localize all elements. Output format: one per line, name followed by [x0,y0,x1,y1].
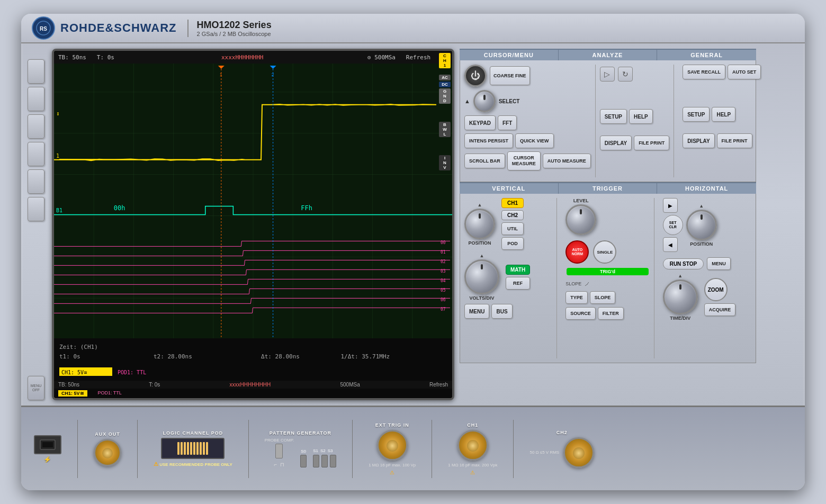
aux-out-label: AUX OUT [95,431,120,437]
probe-sym1: ⌐ [274,462,277,467]
bottom-controls-area: ▲ POSITION CH1 CH2 UTIL POD [460,194,756,363]
general-section: SAVE RECALL AUTO SET SETUP HELP DISPLAY … [678,65,763,177]
top-header: RS ROHDE&SCHWARZ HMO1202 Series 2 GSa/s … [21,14,805,43]
trigger-level-knob-container: LEVEL [565,198,596,235]
side-button-2[interactable] [28,87,44,111]
filter-button[interactable]: FILTER [598,307,624,320]
s2-label: S2 [320,448,326,453]
model-desc: 2 GSa/s / 2 MB Oscilloscope [197,31,272,37]
horiz-menu-button[interactable]: MENU [707,257,731,270]
display-button[interactable]: DISPLAY [600,136,632,150]
analyze-row1: SETUP HELP [600,109,669,124]
s0-switch-body[interactable] [300,455,307,467]
right-control-panel: CURSOR/MENU ANALYZE GENERAL ⏻ COARSE FIN… [460,49,756,400]
probe-comp-label: PROBE COMP. [265,438,294,443]
select-knob: ▲ SELECT [464,90,519,112]
vertical-section: ▲ POSITION CH1 CH2 UTIL POD [464,198,557,358]
horizontal-section: ▶ SETCLR ◀ ▲ POSITION RU [659,198,751,358]
trigger-level-knob[interactable] [565,204,596,235]
single-button[interactable]: SINGLE [593,240,616,264]
math-button[interactable]: MATH [506,265,530,275]
fft-button[interactable]: FFT [498,115,517,130]
autonorm-button[interactable]: AUTO NORM [565,240,589,264]
display-btn2[interactable]: DISPLAY [683,133,714,148]
side-button-4[interactable] [28,142,44,166]
ch1-label: CH1 [439,53,451,68]
ch2-button[interactable]: CH2 [501,210,524,220]
pod-pin-3 [184,442,186,455]
ch1-bnc [457,430,488,461]
probe-comp-switch: PROBE COMP. ⌐ ⊓ [265,438,294,467]
zoom-button[interactable]: ZOOM [704,278,728,301]
file-print-button[interactable]: FILE PRINT [634,136,669,150]
s1-switch[interactable] [313,455,319,467]
gnd-label: GND [439,88,451,104]
util-button[interactable]: UTIL [501,222,524,235]
runstop-button[interactable]: RUN STOP [663,258,704,269]
cursor-btn-row3: SCROLL BAR CURSOR MEASURE AUTO MEASURE [464,151,591,170]
play-back-button[interactable]: ◀ [663,237,678,252]
s2-switch[interactable] [321,455,328,467]
save-recall-button[interactable]: SAVE RECALL [683,65,725,79]
select-row: ▲ SELECT [464,90,591,112]
quick-view-button[interactable]: QUICK VIEW [515,133,554,148]
menu-off-button[interactable]: MENUOFF [28,376,44,400]
logic-pod-connector [161,438,225,459]
vertical-header: VERTICAL [460,183,559,194]
side-button-1[interactable] [28,59,44,84]
scroll-bar-button[interactable]: SCROLL BAR [464,154,505,168]
vertical-menu-button[interactable]: MENU [464,304,489,319]
side-button-3[interactable] [28,114,44,139]
acquire-button[interactable]: ACQUIRE [704,303,736,316]
side-button-6[interactable] [28,197,44,221]
type-button[interactable]: TYPE [565,291,588,304]
select-knob-dial[interactable] [473,90,496,112]
s3-switch[interactable] [330,455,336,467]
trigger-time-display: T: 0s [149,382,160,388]
vertical-position-knob-container: ▲ POSITION [464,202,495,246]
trigger-level-label: LEVEL [573,198,589,203]
auto-measure-button[interactable]: AUTO MEASURE [543,154,591,168]
slope-button[interactable]: SLOPE [590,291,616,304]
auto-set-button[interactable]: AUTO SET [728,65,761,79]
ch1-bottom-section: CH1 1 MΩ 16 pF max. 200 Vpk ⚠ [448,422,497,475]
side-button-5[interactable] [28,169,44,194]
svg-text:⚡: ⚡ [43,456,52,463]
ref-button[interactable]: REF [506,277,530,290]
volts-div-knob[interactable] [464,259,499,294]
bus-button[interactable]: BUS [491,304,512,319]
ch1-button[interactable]: CH1 [501,198,524,208]
probe-comp-switch-body[interactable] [275,444,283,458]
keypad-button[interactable]: KEYPAD [464,115,496,130]
pod-pin-4 [187,442,189,455]
trigger-mode-row: AUTO NORM SINGLE [565,240,649,264]
horiz-position-knob[interactable] [686,210,717,240]
vertical-position-knob[interactable] [464,209,495,239]
time-div-knob-container: ▲ TIME/DIV [663,273,698,321]
ext-trig-label: EXT TRIG IN [375,422,409,428]
ac-label: AC [439,75,451,80]
ch2-bottom-label: CH2 [556,430,568,435]
play-forward-button[interactable]: ▶ [663,198,678,213]
help-button[interactable]: HELP [629,109,653,124]
volts-div-row: ▲ VOLTS/DIV MATH REF [464,253,556,301]
setup-btn2[interactable]: SETUP [683,107,710,122]
set-clr-button[interactable]: SETCLR [663,215,683,235]
probe-sym2: ⊓ [280,462,284,467]
power-button[interactable]: ⏻ [464,65,487,87]
intens-persist-button[interactable]: INTENS PERSIST [464,133,513,148]
source-button[interactable]: SOURCE [565,307,596,320]
help-btn2[interactable]: HELP [712,107,735,122]
time-div-knob[interactable] [663,280,698,314]
file-print-btn2[interactable]: FILE PRINT [717,133,752,148]
section-headers-top: CURSOR/MENU ANALYZE GENERAL [460,49,756,60]
ch1-bottom-label: CH1 [467,422,478,428]
time-div-icon: ▲ [678,273,683,278]
general-spacer [683,83,761,104]
setup-button[interactable]: SETUP [600,109,627,124]
general-row1: SAVE RECALL AUTO SET [683,65,761,79]
cursor-measure-button[interactable]: CURSOR MEASURE [507,151,541,170]
warning-label: USE RECOMMENDED PROBE ONLY [159,462,232,467]
pod-button[interactable]: POD [501,237,524,250]
coarse-fine-button[interactable]: COARSE FINE [490,66,530,85]
